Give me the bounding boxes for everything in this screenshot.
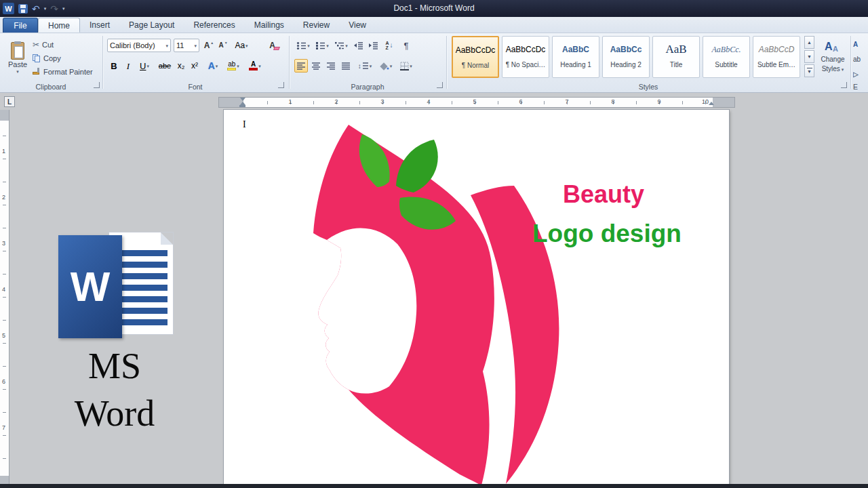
overlay-text-word: Word bbox=[53, 393, 176, 434]
styles-more-button[interactable]: ▼ bbox=[804, 64, 814, 77]
borders-button[interactable]: ▾ bbox=[397, 59, 415, 73]
highlight-dropdown-icon[interactable]: ▾ bbox=[237, 64, 239, 68]
text-effects-dropdown-icon[interactable]: ▾ bbox=[216, 64, 218, 68]
font-name-dropdown-icon[interactable]: ▾ bbox=[165, 43, 168, 48]
ruler-number: 6 bbox=[2, 378, 5, 385]
decrease-indent-icon bbox=[353, 41, 363, 50]
select-button[interactable]: ▷ bbox=[853, 68, 868, 79]
undo-dropdown-icon[interactable]: ▾ bbox=[44, 6, 47, 11]
numbering-button[interactable]: ▾ bbox=[313, 39, 331, 52]
clear-formatting-button[interactable]: A bbox=[267, 39, 283, 52]
sort-button[interactable]: A Z ↓ bbox=[381, 39, 397, 52]
style-heading-2[interactable]: AaBbCc Heading 2 bbox=[602, 36, 650, 78]
tab-page-layout[interactable]: Page Layout bbox=[119, 18, 184, 33]
style-name: ¶ Normal bbox=[453, 62, 498, 69]
bullets-dropdown-icon[interactable]: ▾ bbox=[307, 43, 310, 48]
tab-view[interactable]: View bbox=[339, 18, 376, 33]
highlight-color-bar bbox=[227, 68, 236, 70]
tab-references[interactable]: References bbox=[184, 18, 244, 33]
style-subtle-emphasis[interactable]: AaBbCcD Subtle Em… bbox=[753, 36, 800, 78]
document-page[interactable]: I Beauty Logo design bbox=[224, 110, 729, 485]
tab-file[interactable]: File bbox=[3, 18, 38, 33]
font-dialog-launcher[interactable] bbox=[278, 82, 284, 88]
word-logo: W bbox=[58, 232, 174, 340]
paste-button[interactable]: Paste ▾ bbox=[4, 36, 31, 79]
decrease-indent-button[interactable] bbox=[351, 39, 365, 52]
font-size-combo[interactable]: 11 ▾ bbox=[174, 39, 199, 52]
shading-button[interactable]: ▾ bbox=[377, 59, 395, 73]
save-icon[interactable] bbox=[18, 4, 28, 14]
paste-dropdown-icon[interactable]: ▾ bbox=[16, 69, 19, 74]
text-effects-button[interactable]: A ▾ bbox=[205, 59, 221, 73]
word-app-icon[interactable]: W bbox=[3, 3, 14, 14]
tab-home[interactable]: Home bbox=[38, 18, 80, 33]
change-styles-dropdown-icon[interactable]: ▾ bbox=[842, 67, 844, 72]
format-painter-button[interactable]: Format Painter bbox=[33, 66, 93, 78]
style-no-spacing[interactable]: AaBbCcDc ¶ No Spaci… bbox=[502, 36, 549, 78]
left-indent-marker[interactable] bbox=[239, 105, 245, 107]
underline-button[interactable]: U ▾ bbox=[136, 59, 153, 73]
right-indent-marker[interactable] bbox=[709, 102, 714, 105]
highlight-button[interactable]: ab ▾ bbox=[224, 59, 243, 73]
cut-label: Cut bbox=[42, 41, 54, 49]
multilevel-dropdown-icon[interactable]: ▾ bbox=[345, 43, 348, 48]
paragraph-dialog-launcher[interactable] bbox=[437, 82, 443, 88]
superscript-button[interactable]: x² bbox=[189, 59, 201, 73]
redo-icon[interactable]: ↷ bbox=[50, 4, 58, 14]
clipboard-dialog-launcher[interactable] bbox=[94, 82, 100, 88]
styles-dialog-launcher[interactable] bbox=[841, 82, 847, 88]
align-center-button[interactable] bbox=[309, 59, 323, 73]
align-right-icon bbox=[326, 62, 336, 70]
font-color-button[interactable]: A ▾ bbox=[245, 59, 264, 73]
style-heading-1[interactable]: AaBbC Heading 1 bbox=[552, 36, 599, 78]
line-spacing-dropdown-icon[interactable]: ▾ bbox=[370, 64, 372, 68]
increase-indent-button[interactable] bbox=[366, 39, 380, 52]
bold-button[interactable]: B bbox=[107, 59, 121, 73]
tab-mailings[interactable]: Mailings bbox=[245, 18, 294, 33]
style-subtitle[interactable]: AaBbCc. Subtitle bbox=[703, 36, 750, 78]
undo-icon[interactable]: ↶ bbox=[32, 4, 40, 14]
find-button[interactable]: A bbox=[853, 39, 868, 49]
style-title[interactable]: AaB Title bbox=[652, 36, 700, 78]
subscript-button[interactable]: x₂ bbox=[175, 59, 187, 73]
font-color-dropdown-icon[interactable]: ▾ bbox=[258, 64, 261, 68]
align-right-button[interactable] bbox=[324, 59, 338, 73]
line-spacing-button[interactable]: ↕ ▾ bbox=[355, 59, 374, 73]
borders-dropdown-icon[interactable]: ▾ bbox=[410, 64, 412, 68]
tab-stop-selector[interactable]: L bbox=[4, 96, 15, 107]
shading-dropdown-icon[interactable]: ▾ bbox=[390, 64, 393, 68]
show-hide-pilcrow-button[interactable]: ¶ bbox=[400, 39, 412, 52]
vertical-ruler[interactable]: 1 2 3 4 5 6 7 bbox=[0, 110, 9, 485]
strikethrough-button[interactable]: abe bbox=[156, 59, 174, 73]
justify-button[interactable] bbox=[339, 59, 353, 73]
font-size-dropdown-icon[interactable]: ▾ bbox=[194, 43, 197, 48]
styles-scroll-up-button[interactable]: ▲ bbox=[804, 36, 814, 49]
bullets-button[interactable]: ▾ bbox=[294, 39, 312, 52]
sort-az-icon: A Z bbox=[385, 41, 389, 50]
group-separator bbox=[102, 36, 103, 89]
cut-button[interactable]: ✂ Cut bbox=[33, 39, 54, 51]
replace-button[interactable]: ab bbox=[853, 54, 868, 64]
styles-scroll-down-button[interactable]: ▼ bbox=[804, 50, 814, 63]
highlight-icon: ab bbox=[227, 61, 236, 70]
multilevel-list-button[interactable]: ▾ bbox=[332, 39, 350, 52]
change-styles-button[interactable]: A A Change Styles ▾ bbox=[816, 36, 849, 78]
shrink-font-button[interactable]: A ▼ bbox=[217, 39, 229, 52]
first-line-indent-marker[interactable] bbox=[240, 98, 245, 101]
style-normal[interactable]: AaBbCcDc ¶ Normal bbox=[452, 36, 499, 78]
change-case-dropdown-icon[interactable]: ▾ bbox=[245, 43, 248, 48]
horizontal-ruler[interactable]: 1 2 3 4 5 6 7 8 9 10 bbox=[218, 97, 735, 108]
justify-icon bbox=[341, 62, 351, 70]
numbering-dropdown-icon[interactable]: ▾ bbox=[326, 43, 329, 48]
tab-insert[interactable]: Insert bbox=[80, 18, 119, 33]
align-left-button[interactable] bbox=[294, 59, 308, 73]
copy-button[interactable]: Copy bbox=[33, 52, 61, 64]
grow-font-button[interactable]: A ▲ bbox=[202, 39, 216, 52]
customize-qat-icon[interactable]: ▾ bbox=[62, 6, 65, 11]
font-name-combo[interactable]: Calibri (Body) ▾ bbox=[107, 39, 171, 52]
italic-button[interactable]: I bbox=[122, 59, 134, 73]
tab-review[interactable]: Review bbox=[294, 18, 339, 33]
change-case-button[interactable]: Aa ▾ bbox=[232, 39, 251, 52]
ruler-number: 1 bbox=[288, 98, 292, 105]
underline-dropdown-icon[interactable]: ▾ bbox=[146, 64, 149, 68]
